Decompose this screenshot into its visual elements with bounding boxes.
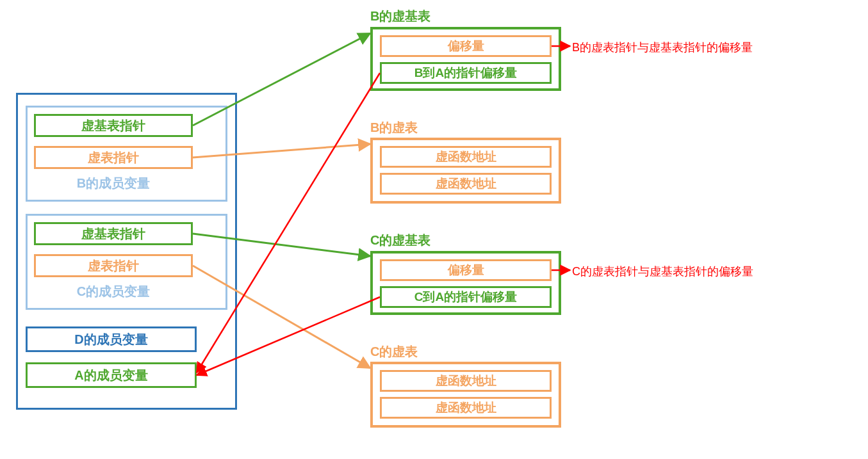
b-vbtable-a-offset-entry: B到A的指针偏移量: [380, 62, 552, 84]
c-offset-annotation: C的虚表指针与虚基表指针的偏移量: [572, 264, 753, 279]
c-vbtable-a-offset-entry: C到A的指针偏移量: [380, 286, 552, 308]
c-vtable-fn2-entry: 虚函数地址: [380, 397, 552, 419]
b-vbtable-offset-entry: 偏移量: [380, 35, 552, 57]
c-vbptr-cell: 虚基表指针: [34, 222, 193, 245]
c-vtable-fn1-entry: 虚函数地址: [380, 370, 552, 392]
c-vbtable-title: C的虚基表: [370, 232, 430, 249]
b-vtable-fn1-entry: 虚函数地址: [380, 146, 552, 168]
a-members-cell: A的成员变量: [26, 362, 197, 388]
d-members-cell: D的成员变量: [26, 326, 197, 352]
c-vbtable-offset-entry: 偏移量: [380, 259, 552, 281]
b-vtable-title: B的虚表: [370, 119, 418, 136]
c-vptr-cell: 虚表指针: [34, 254, 193, 277]
c-vtable-title: C的虚表: [370, 343, 418, 360]
b-offset-annotation: B的虚表指针与虚基表指针的偏移量: [572, 40, 753, 55]
b-vptr-cell: 虚表指针: [34, 146, 193, 169]
b-vtable-fn2-entry: 虚函数地址: [380, 173, 552, 195]
b-vbtable-title: B的虚基表: [370, 8, 430, 25]
b-members-label: B的成员变量: [34, 175, 193, 192]
b-vbptr-cell: 虚基表指针: [34, 114, 193, 137]
c-members-label: C的成员变量: [34, 283, 193, 300]
